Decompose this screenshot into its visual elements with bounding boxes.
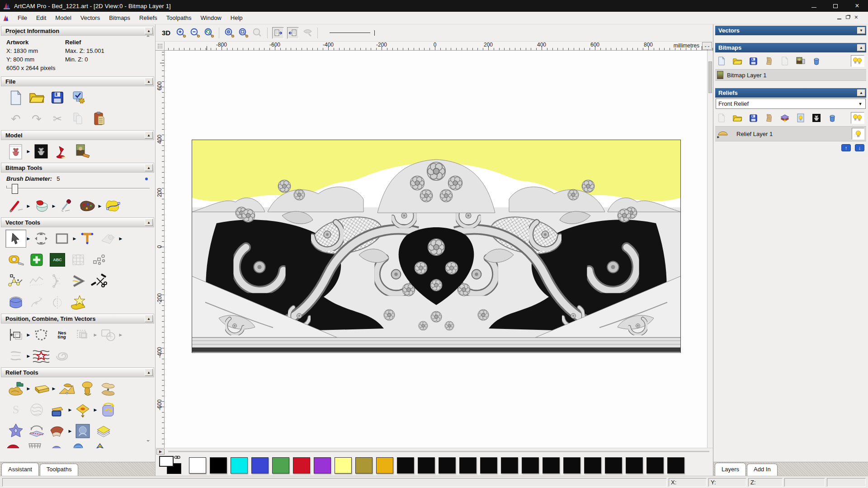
palette-swatch[interactable] — [439, 457, 456, 474]
bitmap-layer-properties-button[interactable] — [796, 56, 806, 66]
link-colours-icon[interactable] — [174, 455, 180, 460]
menu-file[interactable]: File — [13, 13, 32, 23]
line-width-control[interactable] — [330, 29, 375, 37]
zoom-in-button[interactable] — [175, 28, 186, 38]
node-editing-button[interactable] — [26, 293, 47, 311]
group-vectors-button[interactable] — [72, 326, 93, 344]
open-relief-layer-button[interactable] — [732, 113, 742, 123]
create-text-button[interactable] — [77, 230, 98, 248]
flyout-arrow-icon[interactable]: ▶ — [93, 408, 98, 412]
horizontal-scrollbar[interactable]: ▶ — [156, 448, 713, 455]
fillet-tool-button[interactable] — [68, 272, 89, 290]
create-relief-plane-button[interactable] — [31, 380, 52, 398]
open-model-button[interactable] — [26, 89, 47, 107]
flyout-arrow-icon[interactable]: ▶ — [26, 149, 31, 154]
zoom-previous-button[interactable] — [203, 28, 214, 38]
collapse-project-info-icon[interactable]: ▲ — [145, 27, 153, 34]
flyout-arrow-icon[interactable]: ▶ — [72, 236, 77, 241]
collapse-file-icon[interactable]: ▲ — [145, 78, 153, 85]
slider-handle[interactable] — [12, 184, 18, 194]
flyout-arrow-icon[interactable]: ▶ — [52, 204, 56, 208]
mdi-minimize-icon[interactable] — [837, 19, 841, 19]
switch-to-3d-button[interactable]: 3D — [162, 29, 170, 37]
flyout-arrow-icon[interactable]: ▶ — [26, 236, 31, 241]
panel-scroll-up-icon[interactable]: ⌃ — [146, 34, 151, 41]
relief-set-dropdown[interactable]: Front Relief ▼ — [716, 99, 866, 109]
expand-vectors-icon[interactable]: ▼ — [857, 27, 865, 34]
merge-bitmap-layers-button[interactable] — [764, 56, 774, 66]
red-shape-icon[interactable] — [5, 442, 21, 448]
vertical-scrollbar[interactable] — [707, 51, 713, 448]
relief-layer-row[interactable]: Relief Layer 1 — [715, 126, 866, 141]
open-bitmap-layer-button[interactable] — [732, 56, 742, 66]
extrude-relief-button[interactable] — [72, 401, 93, 419]
set-model-size-button[interactable] — [5, 142, 26, 160]
spiral-tool-button[interactable] — [52, 347, 72, 365]
model-settings-button[interactable] — [68, 89, 89, 107]
relief-layer-preview-button[interactable] — [796, 113, 806, 123]
tab-assistant[interactable]: Assistant — [1, 463, 39, 476]
collapse-reliefs-icon[interactable]: ▲ — [857, 89, 865, 96]
flyout-arrow-icon[interactable]: ▶ — [68, 408, 72, 412]
palette-swatch[interactable] — [542, 457, 560, 474]
undo-button[interactable]: ↶ — [5, 110, 26, 128]
sculpting-button[interactable]: S — [5, 401, 26, 419]
palette-swatch[interactable] — [272, 457, 289, 474]
nesting-button[interactable]: Nes ting — [52, 326, 72, 344]
greyscale-from-image-button[interactable] — [72, 142, 93, 160]
collapse-model-icon[interactable]: ▲ — [145, 131, 153, 139]
collapse-bitmaps-icon[interactable]: ▲ — [857, 44, 865, 51]
flyout-arrow-icon[interactable]: ▶ — [98, 204, 102, 208]
primary-secondary-colour[interactable] — [159, 456, 184, 475]
menu-help[interactable]: Help — [226, 13, 247, 23]
palette-swatch[interactable] — [355, 457, 373, 474]
fit-vectors-to-curve-button[interactable] — [5, 293, 26, 311]
palette-swatch[interactable] — [210, 457, 227, 474]
flyout-arrow-icon[interactable]: ▶ — [93, 333, 98, 337]
colour-picker-button[interactable] — [56, 197, 77, 215]
move-layer-up-button[interactable]: ↑ — [841, 144, 851, 151]
menu-model[interactable]: Model — [51, 13, 75, 23]
merge-relief-layers-button[interactable] — [764, 113, 774, 123]
palette-swatch[interactable] — [293, 457, 310, 474]
delete-relief-layer-button[interactable] — [827, 113, 837, 123]
save-bitmap-layer-button[interactable] — [748, 56, 758, 66]
palette-swatch[interactable] — [189, 457, 206, 474]
transform-vectors-button[interactable] — [31, 230, 52, 248]
bitmap-to-vector-button[interactable] — [102, 197, 123, 215]
convert-text-to-vectors-button[interactable]: ABC — [47, 251, 68, 269]
palette-swatch[interactable] — [335, 457, 352, 474]
palette-swatch[interactable] — [626, 457, 643, 474]
close-button[interactable]: × — [846, 0, 868, 12]
flyout-arrow-icon[interactable]: ▶ — [26, 333, 31, 337]
wrap-text-round-curve-button[interactable] — [31, 326, 52, 344]
paint-tool-button[interactable] — [5, 197, 26, 215]
load-relief-button[interactable] — [5, 380, 26, 398]
lighting-button[interactable] — [52, 142, 72, 160]
cut-button[interactable]: ✂ — [47, 110, 68, 128]
mdi-close-icon[interactable]: × — [854, 14, 858, 20]
flyout-arrow-icon[interactable]: ▶ — [26, 204, 31, 208]
toggle-all-reliefs-visibility-button[interactable] — [851, 112, 864, 124]
toggle-bitmap-visibility-button[interactable] — [272, 27, 284, 39]
preview-relief-button[interactable] — [302, 28, 313, 38]
blank-bitmap-button[interactable] — [780, 56, 790, 66]
tab-toolpaths[interactable]: Toolpaths — [40, 464, 79, 476]
bitmap-layer-row[interactable]: Bitmap Layer 1 — [715, 69, 866, 81]
copy-button[interactable] — [68, 110, 89, 128]
palette-swatch[interactable] — [646, 457, 664, 474]
flood-fill-button[interactable] — [31, 197, 52, 215]
sketch-polyline-button[interactable] — [26, 272, 47, 290]
maximize-button[interactable] — [825, 0, 846, 12]
palette-swatch[interactable] — [314, 457, 331, 474]
vector-texture-button[interactable] — [31, 347, 52, 365]
flyout-arrow-icon[interactable]: ▶ — [26, 354, 31, 358]
panel-scroll-down-icon[interactable]: ⌄ — [146, 436, 151, 443]
bitmap-layer-name[interactable]: Bitmap Layer 1 — [727, 72, 766, 79]
toggle-all-bitmaps-visibility-button[interactable] — [851, 55, 864, 67]
ribbon-icon[interactable] — [92, 442, 108, 448]
palette-swatch[interactable] — [480, 457, 497, 474]
measure-tool-button[interactable] — [98, 230, 118, 248]
brush-diameter-slider[interactable] — [6, 183, 150, 195]
tab-add-in[interactable]: Add In — [747, 464, 778, 476]
